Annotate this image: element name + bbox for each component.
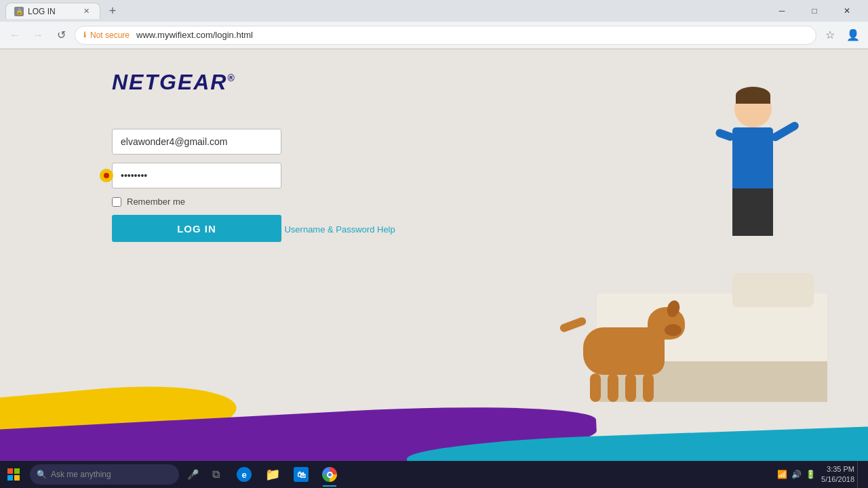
boy-arm-right — [770, 121, 800, 143]
dog-tail — [559, 317, 587, 333]
boy-pants — [732, 188, 773, 236]
boy-arm-left — [715, 128, 735, 142]
url-bar[interactable]: ℹ Not secure www.mywifiext.com/login.htm… — [75, 26, 816, 45]
logo-reg: ® — [227, 73, 235, 83]
taskbar-search-text: Ask me anything — [51, 470, 111, 479]
start-button[interactable] — [0, 461, 27, 488]
dog-leg-4 — [643, 373, 654, 402]
logo-text: NETGEAR — [112, 70, 227, 94]
taskbar-app-store[interactable]: 🛍 — [288, 461, 315, 488]
password-field-group — [112, 163, 397, 188]
dog-legs — [590, 373, 654, 402]
dog-head — [648, 307, 685, 340]
task-view-button[interactable]: ⧉ — [203, 461, 228, 488]
remember-me-label: Remember me — [127, 197, 185, 207]
browser-tab-active[interactable]: 🔒 LOG IN ✕ — [5, 3, 100, 19]
taskbar-apps: e 📁 🛍 — [231, 461, 343, 488]
remember-me-group: Remember me — [112, 197, 397, 207]
tray-volume-icon: 🔊 — [791, 470, 802, 479]
dog-body — [583, 327, 665, 375]
login-form-area: NETGEAR® Remember me LOG IN Username & P… — [112, 70, 397, 253]
close-button[interactable]: ✕ — [831, 0, 863, 22]
taskbar-app-explorer[interactable]: 📁 — [259, 461, 286, 488]
dog-leg-1 — [590, 373, 601, 402]
minimize-button[interactable]: ─ — [766, 0, 797, 22]
dog-figure — [583, 327, 665, 375]
netgear-logo: NETGEAR® — [112, 70, 397, 95]
profile-button[interactable]: 👤 — [844, 26, 863, 45]
back-button[interactable]: ← — [5, 26, 24, 45]
clock-date: 5/16/2018 — [821, 474, 854, 485]
forward-button[interactable]: → — [28, 26, 47, 45]
tray-battery-icon: 🔋 — [806, 470, 816, 479]
taskbar-mic-button[interactable]: 🎤 — [182, 464, 203, 485]
system-clock[interactable]: 3:35 PM 5/16/2018 — [821, 464, 854, 485]
maximize-button[interactable]: □ — [799, 0, 830, 22]
tray-network-icon: 📶 — [777, 470, 787, 479]
help-link[interactable]: Username & Password Help — [284, 224, 395, 235]
security-icon: ℹ — [83, 30, 86, 39]
svg-rect-3 — [14, 475, 20, 481]
background-scene — [353, 63, 827, 443]
browser-chrome: 🔒 LOG IN ✕ + ─ □ ✕ ← → ↺ ℹ Not secure ww… — [0, 0, 868, 49]
clock-time: 3:35 PM — [821, 464, 854, 474]
chrome-icon — [322, 467, 337, 482]
taskbar-search-icon: 🔍 — [37, 470, 47, 479]
edge-icon: e — [237, 467, 252, 482]
username-input[interactable] — [112, 129, 281, 155]
boy-figure — [732, 90, 773, 236]
password-indicator-badge — [100, 169, 113, 182]
taskbar-app-edge[interactable]: e — [231, 461, 258, 488]
page-content: NETGEAR® Remember me LOG IN Username & P… — [0, 49, 868, 488]
svg-rect-2 — [7, 475, 13, 481]
boy-head — [734, 90, 772, 127]
tab-favicon: 🔒 — [14, 7, 24, 16]
dog-leg-2 — [608, 373, 618, 402]
dog-snout — [665, 324, 682, 336]
show-desktop-button[interactable] — [857, 461, 863, 488]
tab-title: LOG IN — [28, 7, 56, 16]
svg-rect-1 — [14, 468, 20, 474]
boy-hair — [736, 87, 770, 104]
taskbar-search-bar[interactable]: 🔍 Ask me anything — [30, 464, 179, 485]
bookmark-button[interactable]: ☆ — [821, 26, 840, 45]
boy-leg-left — [732, 188, 751, 236]
window-controls: ─ □ ✕ — [766, 0, 863, 22]
boy-leg-right — [754, 188, 773, 236]
password-wrapper — [112, 163, 281, 188]
password-input[interactable] — [112, 163, 281, 188]
pillow — [732, 273, 814, 307]
taskbar-app-chrome[interactable] — [316, 461, 343, 488]
title-bar: 🔒 LOG IN ✕ + ─ □ ✕ — [0, 0, 868, 22]
tray-icons-group: 📶 🔊 🔋 — [777, 470, 816, 479]
svg-rect-0 — [7, 468, 13, 474]
remember-me-checkbox[interactable] — [112, 197, 121, 207]
security-label: Not secure — [90, 30, 130, 40]
dog-leg-3 — [625, 373, 636, 402]
windows-taskbar: 🔍 Ask me anything 🎤 ⧉ e 📁 🛍 📶 🔊 🔋 3:3 — [0, 461, 868, 488]
system-tray: 📶 🔊 🔋 3:35 PM 5/16/2018 — [777, 461, 868, 488]
store-icon: 🛍 — [294, 467, 309, 482]
tab-close-button[interactable]: ✕ — [81, 6, 92, 17]
new-tab-button[interactable]: + — [103, 3, 122, 19]
boy-body — [732, 127, 773, 188]
url-text: www.mywifiext.com/login.html — [136, 30, 253, 40]
login-button[interactable]: LOG IN — [112, 215, 281, 242]
explorer-icon: 📁 — [265, 467, 280, 482]
address-bar: ← → ↺ ℹ Not secure www.mywifiext.com/log… — [0, 22, 868, 49]
reload-button[interactable]: ↺ — [52, 26, 71, 45]
username-field-group — [112, 129, 397, 155]
